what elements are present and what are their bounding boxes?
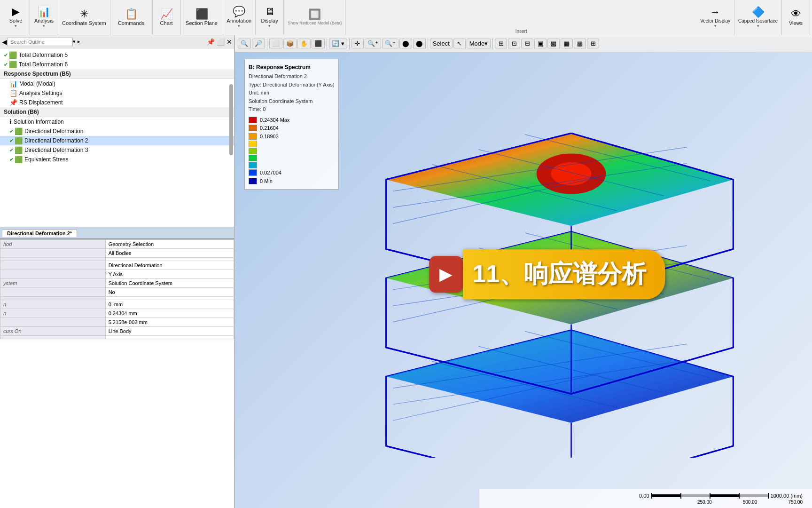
undock-icon[interactable]: ⬜ <box>217 38 225 46</box>
item-label: Equivalent Stress <box>24 156 68 163</box>
pointer-btn[interactable]: ↖ <box>453 39 466 48</box>
prop-key <box>0 318 106 327</box>
prop-key <box>0 249 106 258</box>
play-button[interactable]: ▶ <box>429 256 463 293</box>
tree-item-equiv-stress[interactable]: ✔ 🟩 Equivalent Stress <box>0 155 234 164</box>
sep3 <box>349 38 350 49</box>
sphere-btn[interactable]: ⬤ <box>399 39 412 48</box>
view-btn-3[interactable]: ⊟ <box>521 39 533 48</box>
properties-table: hod Geometry Selection All Bodies Direct… <box>0 239 234 508</box>
tree-item-solution-info[interactable]: ℹ Solution Information <box>0 117 234 127</box>
table-row[interactable]: n 0. mm <box>0 300 234 309</box>
tree-item-dir-def-1[interactable]: ✔ 🟩 Directional Deformation <box>0 127 234 136</box>
toolbar-vector-display[interactable]: → Vector Display ▾ <box>696 0 734 35</box>
sphere2-btn[interactable]: ⬤ <box>413 39 426 48</box>
item-icon: 🟩 <box>15 137 23 144</box>
table-row[interactable]: All Bodies <box>0 249 234 258</box>
prop-key: n <box>0 309 106 318</box>
table-row[interactable]: Y Axis <box>0 270 234 279</box>
color-value: 0.21604 <box>260 124 279 132</box>
video-banner: ▶ 11、响应谱分析 <box>429 249 665 299</box>
table-row[interactable]: Directional Deformation <box>0 261 234 270</box>
search-dropdown-icon[interactable]: ▾ <box>73 39 76 45</box>
table-row[interactable]: ystem Solution Coordinate System <box>0 279 234 288</box>
fit-btn[interactable]: ⬜ <box>269 39 282 48</box>
tree-item-modal[interactable]: 📊 Modal (Modal) <box>0 79 234 88</box>
table-row[interactable] <box>0 336 234 339</box>
color-value: 0.18903 <box>260 133 279 141</box>
prop-value <box>105 336 234 339</box>
zoom-box-btn[interactable]: ⬛ <box>312 39 325 48</box>
section-response-spectrum: Response Spectrum (B5) <box>0 69 234 79</box>
color-swatch <box>249 178 257 184</box>
select-btn[interactable]: Select <box>430 39 453 48</box>
chart-icon: 📈 <box>160 9 173 19</box>
prop-value: Directional Deformation <box>105 261 234 270</box>
tree-item-analysis-settings[interactable]: 📋 Analysis Settings <box>0 88 234 98</box>
tree-scrollbar[interactable] <box>229 84 233 156</box>
close-icon[interactable]: ✕ <box>226 38 232 46</box>
toolbar-capped[interactable]: 🔷 Capped Isosurface ▾ <box>734 0 782 35</box>
zoom-out-btn[interactable]: 🔎 <box>252 39 265 48</box>
view-btn-1[interactable]: ⊞ <box>495 39 507 48</box>
table-row[interactable]: hod Geometry Selection <box>0 240 234 249</box>
toolbar-solve[interactable]: ▶ Solve ▾ <box>2 0 30 35</box>
analysis-icon: 📊 <box>38 7 50 17</box>
table-row[interactable]: 5.2158e-002 mm <box>0 318 234 327</box>
table-row[interactable]: curs On Line Body <box>0 327 234 336</box>
rotate-btn[interactable]: 📦 <box>283 39 297 48</box>
search-input[interactable] <box>7 38 73 46</box>
toolbar-display[interactable]: 🖥 Display ▾ <box>256 0 284 35</box>
toolbar-commands[interactable]: 📋 Commands <box>110 0 153 35</box>
scale-val-end: 1000.00 (mm) <box>771 493 803 499</box>
mode-btn[interactable]: Mode ▾ <box>467 39 491 48</box>
toolbar-annotation[interactable]: 💬 Annotation ▾ <box>223 0 256 35</box>
view-btn-2[interactable]: ⊡ <box>508 39 520 48</box>
solve-label: Solve <box>9 18 23 24</box>
tree-item-rs-displacement[interactable]: 📌 RS Displacement <box>0 98 234 107</box>
item-label: Total Deformation 6 <box>19 61 68 68</box>
view-btn-5[interactable]: ▩ <box>547 39 560 48</box>
check-icon: ✔ <box>9 157 14 163</box>
item-label: Directional Deformation 3 <box>24 147 88 153</box>
toolbar-analysis[interactable]: 📊 Analysis ▾ <box>30 0 58 35</box>
toolbar-views[interactable]: 👁 Views <box>782 0 810 35</box>
prop-key <box>0 336 106 339</box>
svg-line-12 <box>571 446 734 458</box>
section-plane-icon: ⬛ <box>195 9 208 19</box>
pan-btn[interactable]: ✋ <box>297 39 311 48</box>
tree-item-dir-def-2[interactable]: ✔ 🟩 Directional Deformation 2 <box>0 136 234 145</box>
toolbar-chart[interactable]: 📈 Chart <box>153 0 181 35</box>
table-row[interactable] <box>0 258 234 261</box>
view-btn-7[interactable]: ▤ <box>574 39 586 48</box>
zoom-plus-btn[interactable]: 🔍⁺ <box>365 39 381 48</box>
tab-bar: Directional Deformation 2* <box>0 227 234 239</box>
table-row[interactable] <box>0 297 234 300</box>
view-btn-8[interactable]: ⊞ <box>587 39 599 48</box>
toolbar-coordinate[interactable]: ✳ Coordinate System <box>58 0 110 35</box>
item-label: Modal (Modal) <box>19 80 55 87</box>
item-label: Directional Deformation 2 <box>24 137 88 144</box>
tree-item-total-def-5[interactable]: ✔ 🟩 Total Deformation 5 <box>0 50 234 60</box>
sep4 <box>428 38 428 49</box>
panel-collapse-icon[interactable]: ◀ <box>2 38 7 46</box>
tree-item-dir-def-3[interactable]: ✔ 🟩 Directional Deformation 3 <box>0 145 234 155</box>
cursor-btn[interactable]: ✛ <box>351 39 364 48</box>
view-btn-6[interactable]: ▦ <box>561 39 573 48</box>
toolbar-show-reduced[interactable]: 🔲 Show Reduced Model (Beta) <box>284 0 346 35</box>
pin-icon[interactable]: 📌 <box>207 38 215 46</box>
prop-key: n <box>0 300 106 309</box>
rotate-anim-btn[interactable]: 🔄 ▾ <box>329 39 347 48</box>
toolbar-section-plane[interactable]: ⬛ Section Plane <box>181 0 223 35</box>
search-more-icon[interactable]: ▸ <box>78 39 80 45</box>
table-row[interactable]: No <box>0 288 234 297</box>
active-tab[interactable]: Directional Deformation 2* <box>2 229 77 237</box>
zoom-minus-btn[interactable]: 🔍⁻ <box>382 39 398 48</box>
view-btn-4[interactable]: ▣ <box>534 39 547 48</box>
tree-item-total-def-6[interactable]: ✔ 🟩 Total Deformation 6 <box>0 60 234 69</box>
table-row[interactable]: n 0.24304 mm <box>0 309 234 318</box>
svg-line-11 <box>386 446 571 458</box>
check-icon: ✔ <box>9 138 14 144</box>
zoom-in-btn[interactable]: 🔍 <box>238 39 251 48</box>
coordinate-icon: ✳ <box>80 9 88 19</box>
